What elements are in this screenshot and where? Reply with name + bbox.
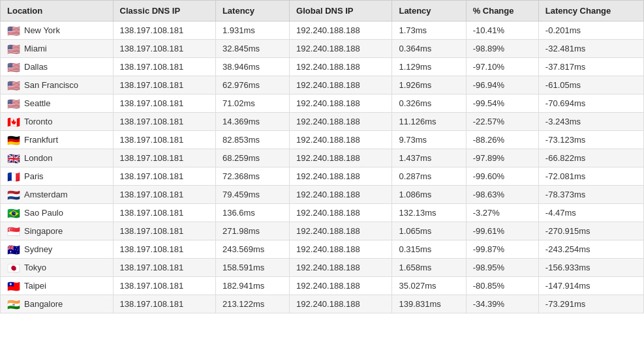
- classic-dns-ip: 138.197.108.181: [113, 22, 215, 40]
- table-row: 🇧🇷Sao Paulo138.197.108.181136.6ms192.240…: [1, 204, 644, 222]
- global-dns-ip: 192.240.188.188: [290, 149, 392, 167]
- location-cell: 🇧🇷Sao Paulo: [1, 204, 114, 222]
- classic-dns-ip: 138.197.108.181: [113, 295, 215, 313]
- global-dns-ip: 192.240.188.188: [290, 240, 392, 259]
- classic-dns-ip: 138.197.108.181: [113, 94, 215, 113]
- flag-icon: 🇫🇷: [7, 172, 20, 181]
- flag-icon: 🇮🇳: [7, 300, 20, 309]
- column-header: Latency: [392, 1, 466, 22]
- table-header-row: LocationClassic DNS IPLatencyGlobal DNS …: [1, 1, 644, 22]
- global-latency: 139.831ms: [392, 295, 466, 313]
- pct-change: -99.61%: [466, 222, 538, 240]
- latency-change: -66.822ms: [538, 149, 643, 167]
- classic-dns-ip: 138.197.108.181: [113, 222, 215, 240]
- location-name: New York: [24, 25, 60, 35]
- location-cell: 🇨🇦Toronto: [1, 113, 114, 131]
- classic-dns-ip: 138.197.108.181: [113, 58, 215, 76]
- table-row: 🇸🇬Singapore138.197.108.181271.98ms192.24…: [1, 222, 644, 240]
- global-latency: 1.437ms: [392, 149, 466, 167]
- classic-dns-ip: 138.197.108.181: [113, 277, 215, 295]
- classic-latency: 79.459ms: [215, 186, 289, 204]
- location-name: London: [24, 153, 52, 163]
- location-name: Miami: [24, 44, 47, 53]
- latency-change: -78.373ms: [538, 186, 643, 204]
- global-dns-ip: 192.240.188.188: [290, 94, 392, 113]
- pct-change: -98.89%: [466, 40, 538, 58]
- table-row: 🇺🇸New York138.197.108.1811.931ms192.240.…: [1, 22, 644, 40]
- classic-dns-ip: 138.197.108.181: [113, 131, 215, 149]
- column-header: Classic DNS IP: [113, 1, 215, 22]
- global-dns-ip: 192.240.188.188: [290, 131, 392, 149]
- location-name: Dallas: [24, 62, 48, 72]
- global-dns-ip: 192.240.188.188: [290, 113, 392, 131]
- pct-change: -99.54%: [466, 94, 538, 113]
- location-cell: 🇬🇧London: [1, 149, 114, 167]
- classic-dns-ip: 138.197.108.181: [113, 76, 215, 94]
- latency-change: -156.933ms: [538, 259, 643, 277]
- flag-icon: 🇺🇸: [7, 63, 20, 72]
- global-latency: 0.364ms: [392, 40, 466, 58]
- location-cell: 🇫🇷Paris: [1, 167, 114, 186]
- classic-latency: 271.98ms: [215, 222, 289, 240]
- column-header: Latency Change: [538, 1, 643, 22]
- pct-change: -10.41%: [466, 22, 538, 40]
- flag-icon: 🇨🇦: [7, 117, 20, 126]
- dns-comparison-table: LocationClassic DNS IPLatencyGlobal DNS …: [0, 0, 644, 313]
- pct-change: -99.60%: [466, 167, 538, 186]
- pct-change: -97.89%: [466, 149, 538, 167]
- global-latency: 132.13ms: [392, 204, 466, 222]
- global-latency: 1.926ms: [392, 76, 466, 94]
- global-dns-ip: 192.240.188.188: [290, 167, 392, 186]
- location-cell: 🇮🇳Bangalore: [1, 295, 114, 313]
- flag-icon: 🇺🇸: [7, 81, 20, 90]
- classic-dns-ip: 138.197.108.181: [113, 149, 215, 167]
- global-dns-ip: 192.240.188.188: [290, 58, 392, 76]
- location-cell: 🇦🇺Sydney: [1, 240, 114, 259]
- table-row: 🇺🇸Miami138.197.108.18132.845ms192.240.18…: [1, 40, 644, 58]
- classic-latency: 82.853ms: [215, 131, 289, 149]
- global-dns-ip: 192.240.188.188: [290, 22, 392, 40]
- location-cell: 🇳🇱Amsterdam: [1, 186, 114, 204]
- flag-icon: 🇹🇼: [7, 281, 20, 291]
- location-cell: 🇺🇸Seattle: [1, 94, 114, 113]
- location-name: Bangalore: [24, 299, 63, 309]
- global-latency: 1.086ms: [392, 186, 466, 204]
- classic-dns-ip: 138.197.108.181: [113, 186, 215, 204]
- table-row: 🇬🇧London138.197.108.18168.259ms192.240.1…: [1, 149, 644, 167]
- latency-change: -32.481ms: [538, 40, 643, 58]
- location-name: Seattle: [24, 98, 50, 108]
- classic-dns-ip: 138.197.108.181: [113, 167, 215, 186]
- classic-latency: 243.569ms: [215, 240, 289, 259]
- global-latency: 0.315ms: [392, 240, 466, 259]
- flag-icon: 🇳🇱: [7, 190, 20, 199]
- location-cell: 🇸🇬Singapore: [1, 222, 114, 240]
- global-latency: 1.065ms: [392, 222, 466, 240]
- flag-icon: 🇺🇸: [7, 99, 20, 108]
- location-cell: 🇺🇸Dallas: [1, 58, 114, 76]
- global-latency: 35.027ms: [392, 277, 466, 295]
- classic-latency: 14.369ms: [215, 113, 289, 131]
- location-cell: 🇺🇸Miami: [1, 40, 114, 58]
- global-latency: 1.658ms: [392, 259, 466, 277]
- global-dns-ip: 192.240.188.188: [290, 277, 392, 295]
- classic-latency: 38.946ms: [215, 58, 289, 76]
- global-latency: 9.73ms: [392, 131, 466, 149]
- classic-latency: 136.6ms: [215, 204, 289, 222]
- location-cell: 🇩🇪Frankfurt: [1, 131, 114, 149]
- table-row: 🇦🇺Sydney138.197.108.181243.569ms192.240.…: [1, 240, 644, 259]
- table-row: 🇳🇱Amsterdam138.197.108.18179.459ms192.24…: [1, 186, 644, 204]
- global-latency: 0.287ms: [392, 167, 466, 186]
- column-header: Latency: [215, 1, 289, 22]
- latency-change: -73.123ms: [538, 131, 643, 149]
- classic-latency: 213.122ms: [215, 295, 289, 313]
- pct-change: -98.63%: [466, 186, 538, 204]
- global-dns-ip: 192.240.188.188: [290, 204, 392, 222]
- table-row: 🇹🇼Taipei138.197.108.181182.941ms192.240.…: [1, 277, 644, 295]
- classic-dns-ip: 138.197.108.181: [113, 40, 215, 58]
- table-row: 🇫🇷Paris138.197.108.18172.368ms192.240.18…: [1, 167, 644, 186]
- table-row: 🇨🇦Toronto138.197.108.18114.369ms192.240.…: [1, 113, 644, 131]
- column-header: Global DNS IP: [290, 1, 392, 22]
- location-name: Toronto: [24, 117, 52, 126]
- classic-latency: 158.591ms: [215, 259, 289, 277]
- pct-change: -99.87%: [466, 240, 538, 259]
